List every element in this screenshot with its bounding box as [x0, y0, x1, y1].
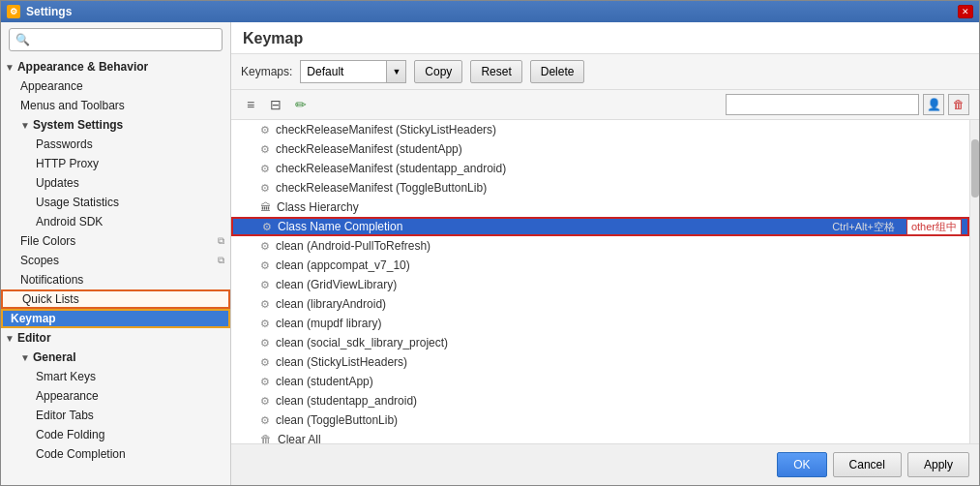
sidebar-item-label: Appearance	[36, 389, 99, 403]
keymap-label: Keymaps:	[241, 65, 292, 78]
keymap-item-label: clean (mupdf library)	[276, 317, 381, 330]
keymap-item-label: clean (Android-PullToRefresh)	[276, 239, 431, 253]
keymap-item-class-hierarchy[interactable]: 🏛 Class Hierarchy	[231, 197, 969, 217]
sidebar-item-editor[interactable]: ▼ Editor	[1, 328, 230, 348]
sidebar-item-android-sdk[interactable]: Android SDK	[1, 212, 230, 231]
sidebar-item-scopes[interactable]: Scopes ⧉	[1, 251, 230, 270]
sidebar-item-file-colors[interactable]: File Colors ⧉	[1, 231, 230, 251]
sidebar-item-appearance-editor[interactable]: Appearance	[1, 386, 230, 406]
note-badge: other组中	[906, 219, 962, 235]
keymap-item[interactable]: ⚙ clean (StickyListHeaders)	[231, 352, 969, 372]
gear-icon: ⚙	[260, 163, 270, 175]
sidebar-item-label: Notifications	[20, 273, 83, 287]
sidebar-item-label: Passwords	[36, 137, 93, 151]
close-button[interactable]: ✕	[958, 5, 973, 18]
keymap-select-value[interactable]: Default	[300, 60, 387, 83]
sidebar-item-http-proxy[interactable]: HTTP Proxy	[1, 154, 230, 173]
keymap-item[interactable]: ⚙ clean (ToggleButtonLib)	[231, 410, 969, 430]
sidebar-item-label: File Colors	[20, 234, 75, 248]
panel-title: Keymap	[231, 22, 979, 54]
edit-icon[interactable]: ✏	[291, 95, 311, 114]
keymap-item-label: clean (studentApp)	[276, 375, 373, 388]
ok-button[interactable]: OK	[777, 452, 826, 477]
sidebar-item-label: Code Completion	[36, 447, 126, 461]
sidebar-tree: ▼ Appearance & Behavior Appearance Menus…	[1, 57, 230, 485]
sidebar-search-input[interactable]	[34, 33, 216, 46]
scrollbar[interactable]	[969, 120, 979, 443]
sidebar-search[interactable]: 🔍	[9, 28, 223, 51]
delete-search-icon[interactable]: 🗑	[948, 94, 969, 115]
gear-icon: ⚙	[260, 356, 270, 369]
clear-all-label: Clear All	[278, 433, 321, 443]
file-colors-icon: ⧉	[218, 235, 224, 247]
keymap-list-container: ⚙ checkReleaseManifest (StickyListHeader…	[231, 120, 979, 443]
sidebar-item-appearance[interactable]: Appearance	[1, 76, 230, 96]
collapse-all-icon[interactable]: ⊟	[266, 95, 285, 114]
keymap-item[interactable]: ⚙ checkReleaseManifest (StickyListHeader…	[231, 120, 969, 139]
keymap-item[interactable]: ⚙ clean (studentApp)	[231, 372, 969, 391]
gear-icon: ⚙	[260, 298, 270, 311]
sidebar-item-appearance-behavior[interactable]: ▼ Appearance & Behavior	[1, 57, 230, 76]
sidebar-item-passwords[interactable]: Passwords	[1, 135, 230, 154]
keymap-item[interactable]: ⚙ checkReleaseManifest (studentApp)	[231, 139, 969, 159]
delete-button[interactable]: Delete	[530, 60, 585, 83]
search-right: 👤 🗑	[726, 94, 969, 115]
sidebar-item-notifications[interactable]: Notifications	[1, 270, 230, 289]
gear-icon: ⚙	[260, 124, 270, 137]
cancel-button[interactable]: Cancel	[833, 452, 902, 477]
sidebar-item-keymap[interactable]: Keymap	[1, 309, 230, 328]
keymap-select-group: Default ▼	[300, 60, 406, 83]
keymap-toolbar: Keymaps: Default ▼ Copy Reset Delete	[231, 54, 979, 90]
trash-icon: 🗑	[260, 433, 272, 443]
sidebar-item-usage-statistics[interactable]: Usage Statistics	[1, 193, 230, 212]
main-content: 🔍 ▼ Appearance & Behavior Appearance Men…	[1, 22, 979, 485]
keymap-item[interactable]: ⚙ clean (libraryAndroid)	[231, 294, 969, 314]
keymap-item[interactable]: ⚙ checkReleaseManifest (ToggleButtonLib)	[231, 178, 969, 197]
keymap-item[interactable]: ⚙ clean (Android-PullToRefresh)	[231, 236, 969, 256]
sidebar-item-editor-tabs[interactable]: Editor Tabs	[1, 406, 230, 425]
keymap-item[interactable]: ⚙ clean (mupdf library)	[231, 314, 969, 333]
sidebar-item-general[interactable]: ▼ General	[1, 348, 230, 367]
keymap-item-class-name-completion[interactable]: ⚙ Class Name Completion Ctrl+Alt+空格 othe…	[231, 217, 969, 236]
keymap-item-label: clean (appcompat_v7_10)	[276, 258, 410, 272]
keymap-item[interactable]: ⚙ checkReleaseManifest (studentapp_andro…	[231, 159, 969, 178]
sidebar-item-label: Appearance & Behavior	[17, 60, 148, 74]
expand-arrow: ▼	[20, 352, 30, 363]
keymap-item[interactable]: ⚙ clean (social_sdk_library_project)	[231, 333, 969, 352]
expand-all-icon[interactable]: ≡	[241, 95, 260, 114]
search-icon: 🔍	[15, 33, 30, 46]
sidebar-item-label: Keymap	[11, 312, 56, 325]
sidebar-item-label: Editor	[17, 331, 51, 345]
sidebar-item-label: Android SDK	[36, 215, 103, 228]
keymap-dropdown-button[interactable]: ▼	[387, 60, 406, 83]
keymap-search-input[interactable]	[726, 94, 919, 115]
gear-icon: ⚙	[260, 376, 270, 388]
sidebar-item-updates[interactable]: Updates	[1, 173, 230, 193]
sidebar-item-smart-keys[interactable]: Smart Keys	[1, 367, 230, 386]
scrollbar-thumb[interactable]	[971, 139, 979, 197]
gear-icon: ⚙	[260, 240, 270, 253]
keymap-item[interactable]: ⚙ clean (GridViewLibrary)	[231, 275, 969, 294]
keymap-item-label: clean (libraryAndroid)	[276, 297, 386, 311]
copy-button[interactable]: Copy	[414, 60, 462, 83]
gear-icon: ⚙	[262, 221, 272, 233]
keymap-item-label: Class Name Completion	[278, 220, 402, 233]
sidebar-item-system-settings[interactable]: ▼ System Settings	[1, 115, 230, 135]
sidebar-item-menus-toolbars[interactable]: Menus and Toolbars	[1, 96, 230, 115]
reset-button[interactable]: Reset	[470, 60, 521, 83]
sidebar-item-label: Scopes	[20, 254, 59, 267]
keymap-item-label: clean (studentapp_android)	[276, 394, 417, 408]
apply-button[interactable]: Apply	[907, 452, 969, 477]
sidebar-item-code-folding[interactable]: Code Folding	[1, 425, 230, 444]
sidebar: 🔍 ▼ Appearance & Behavior Appearance Men…	[1, 22, 231, 485]
keymap-item[interactable]: ⚙ clean (appcompat_v7_10)	[231, 256, 969, 275]
sidebar-item-quick-lists[interactable]: Quick Lists	[1, 289, 230, 309]
keymap-item[interactable]: ⚙ clean (studentapp_android)	[231, 391, 969, 410]
title-controls: ✕	[958, 5, 973, 18]
person-search-icon[interactable]: 👤	[923, 94, 944, 115]
gear-icon: ⚙	[260, 259, 270, 272]
gear-icon: ⚙	[260, 318, 270, 330]
keymap-list: ⚙ checkReleaseManifest (StickyListHeader…	[231, 120, 969, 443]
clear-all-item[interactable]: 🗑 Clear All	[231, 430, 969, 443]
sidebar-item-code-completion[interactable]: Code Completion	[1, 444, 230, 464]
